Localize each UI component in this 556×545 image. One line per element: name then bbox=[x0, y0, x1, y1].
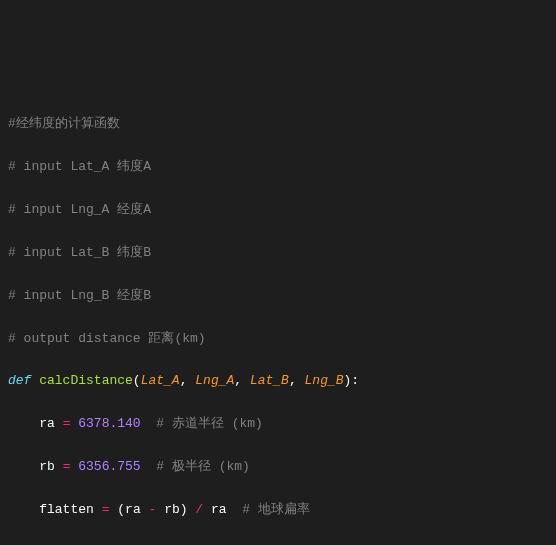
code-editor: #经纬度的计算函数 # input Lat_A 纬度A # input Lng_… bbox=[8, 92, 548, 545]
comment: #经纬度的计算函数 bbox=[8, 116, 120, 131]
param: Lat_A bbox=[141, 373, 180, 388]
code-line: flatten = (ra - rb) / ra # 地球扁率 bbox=[8, 499, 548, 520]
comment: # output distance 距离(km) bbox=[8, 331, 206, 346]
param: Lng_A bbox=[195, 373, 234, 388]
keyword-def: def bbox=[8, 373, 31, 388]
param: Lat_B bbox=[250, 373, 289, 388]
function-name: calcDistance bbox=[39, 373, 133, 388]
code-line: def calcDistance(Lat_A, Lng_A, Lat_B, Ln… bbox=[8, 370, 548, 391]
code-line: # output distance 距离(km) bbox=[8, 328, 548, 349]
code-line: # input Lng_A 经度A bbox=[8, 199, 548, 220]
comment: # input Lat_B 纬度B bbox=[8, 245, 151, 260]
code-line: #经纬度的计算函数 bbox=[8, 113, 548, 134]
comment: # input Lat_A 纬度A bbox=[8, 159, 151, 174]
comment: # input Lng_A 经度A bbox=[8, 202, 151, 217]
code-line: # input Lat_A 纬度A bbox=[8, 156, 548, 177]
param: Lng_B bbox=[305, 373, 344, 388]
code-line: ra = 6378.140 # 赤道半径 (km) bbox=[8, 413, 548, 434]
code-line: rb = 6356.755 # 极半径 (km) bbox=[8, 456, 548, 477]
code-line: # input Lng_B 经度B bbox=[8, 285, 548, 306]
comment: # input Lng_B 经度B bbox=[8, 288, 151, 303]
code-line: # input Lat_B 纬度B bbox=[8, 242, 548, 263]
